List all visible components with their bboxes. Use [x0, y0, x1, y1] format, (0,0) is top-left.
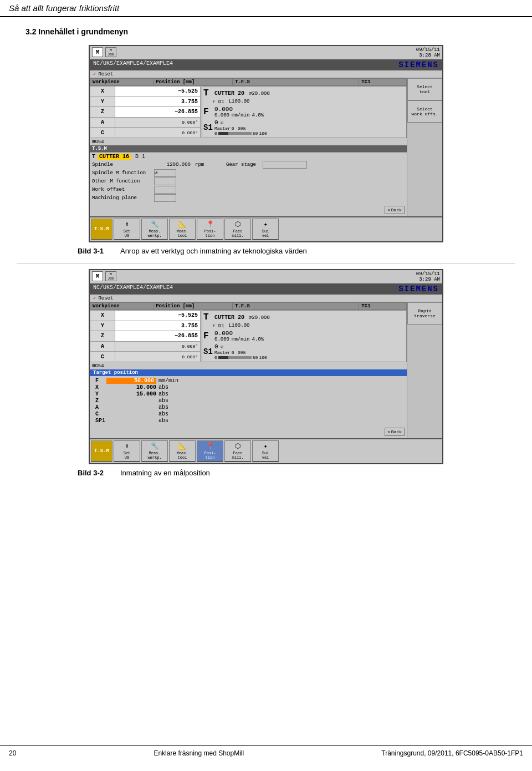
s1-master-1: Master — [214, 126, 231, 131]
meas-werkp-btn-1[interactable]: 🔧 Meas.werkp. — [141, 219, 168, 240]
axis-y-label-2: Y — [90, 321, 115, 331]
position-btn-2[interactable]: 📍 Posi-tion — [197, 440, 223, 462]
t-label-2: T — [203, 312, 212, 322]
position-label-1: Posi-tion — [204, 229, 216, 238]
t-d1-2: ⚡ D1 — [212, 323, 224, 329]
back-btn-1[interactable]: « Back — [385, 206, 405, 214]
set-u0-btn-1[interactable]: ⬆ SetU0 — [114, 219, 140, 240]
figure2-text: Inmatning av en målposition — [120, 469, 210, 477]
jog-icon-1: ≋ JOG — [105, 47, 116, 57]
col-workpiece-2: Workpiece — [90, 303, 154, 310]
set-u0-btn-2[interactable]: ⬆ SetU0 — [114, 440, 140, 462]
figure2-label: Bild 3-2 — [78, 469, 104, 477]
col-tc1: TC1 — [359, 79, 407, 86]
f-pct-2: 4.0% — [252, 337, 264, 342]
target-pos-header: Target position — [90, 369, 407, 376]
f-unit-2: mm/min — [232, 337, 249, 342]
face-mill-label-1: Facemill. — [232, 229, 244, 238]
axis-x-val-1: −5.525 — [115, 87, 201, 97]
vsk-select-work-1[interactable]: Selectwork offs. — [407, 100, 442, 123]
chevron-icon-1: « — [387, 207, 390, 212]
nc-path-1: NC/UKS/EXAMPLE4/EXAMPLE4 — [93, 60, 173, 69]
s1-value-1: 0 — [214, 119, 218, 126]
reset-icon-1: ✓ — [93, 71, 96, 77]
vsk-select-tool-1[interactable]: Selecttool — [407, 78, 442, 100]
axis-c-val-2: 0.000° — [115, 352, 201, 362]
face-mill-label-2: Facemill. — [232, 451, 244, 460]
s1-master-val-1: 0 — [232, 126, 234, 131]
s1-pct-2: 60% — [238, 350, 245, 355]
set-u0-label-1: SetU0 — [124, 229, 131, 238]
f-value-1: 0.000 — [214, 106, 264, 113]
axis-a-label-1: A — [90, 117, 115, 128]
m-icon-2: M — [92, 271, 103, 281]
axis-y-label-1: Y — [90, 97, 115, 107]
meas-tool-icon-1: 📐 — [178, 220, 187, 229]
sui-vel-btn-2[interactable]: ✦ Suivel — [252, 440, 279, 462]
position-btn-1[interactable]: 📍 Posi-tion — [197, 219, 223, 240]
t-d1-1: ⚡ D1 — [212, 99, 224, 105]
f-feed-1: 0.000 — [214, 113, 229, 118]
target-z-unit: abs — [156, 398, 184, 404]
sui-vel-label-1: Suivel — [262, 229, 269, 238]
m-icon-1: M — [92, 47, 103, 57]
axis-y-val-2: 3.755 — [115, 321, 201, 331]
t-length-1: L100.00 — [229, 99, 250, 105]
page-title: Så att allt fungerar friktionsfritt — [9, 3, 119, 13]
back-btn-2[interactable]: « Back — [385, 428, 405, 436]
axis-x-label-2: X — [90, 311, 115, 321]
reset-icon-2: ✓ — [93, 295, 96, 301]
meas-werkp-btn-2[interactable]: 🔧 Meas.werkp. — [141, 440, 168, 462]
target-row-sp1: SP1 abs — [95, 418, 401, 424]
set-u0-label-2: SetU0 — [124, 451, 131, 460]
s1-pct-1: 60% — [238, 126, 245, 131]
d1-tsm-1: D 1 — [135, 154, 145, 160]
s1-master-2: Master — [214, 350, 231, 355]
target-x-val: 10.000 — [106, 384, 156, 390]
axis-c-label-1: C — [90, 128, 115, 138]
meas-tool-btn-2[interactable]: 📐 Meas.tool — [169, 440, 196, 462]
target-y-val: 15.000 — [106, 391, 156, 397]
axis-x-label-1: X — [90, 87, 115, 97]
figure1-text: Anrop av ett verktyg och inmatning av te… — [120, 247, 307, 255]
tsm-btn-2[interactable]: T.S.M — [91, 440, 112, 462]
f-pct-1: 4.0% — [252, 113, 264, 118]
axis-a-val-2: 0.000° — [115, 341, 201, 352]
target-row-z: Z abs — [95, 398, 401, 404]
f-value-2: 0.000 — [214, 330, 264, 337]
position-icon-1: 📍 — [206, 220, 214, 229]
reset-label-1: Reset — [98, 72, 113, 77]
spindle-lbl-1: Spindle — [92, 162, 147, 168]
figure1-label: Bild 3-1 — [78, 247, 104, 255]
work-offset-lbl-1: Work offset — [92, 187, 147, 192]
target-c-unit: abs — [156, 411, 184, 417]
s1-label-1: S1 — [203, 123, 212, 132]
meas-werkp-icon-1: 🔧 — [151, 220, 159, 229]
vsk-rapid-traverse-2[interactable]: Rapidtraverse — [407, 302, 442, 324]
axis-a-label-2: A — [90, 341, 115, 352]
target-f-val: 50.000 — [106, 378, 156, 384]
axis-y-val-1: 3.755 — [115, 97, 201, 107]
figure1-container: M ≋ JOG 09/15/113:28 AM NC/UKS/EXAMPLE4/… — [78, 45, 454, 257]
section-heading: 3.2 Innehållet i grundmenyn — [17, 22, 515, 39]
tsm-btn-1[interactable]: T.S.M — [91, 219, 112, 240]
t-length-2: L100.00 — [229, 323, 250, 329]
footer-left-text: Enklare fräsning med ShopMill — [154, 749, 244, 757]
sui-vel-btn-1[interactable]: ✦ Suivel — [252, 219, 279, 240]
f-unit-1: mm/min — [232, 113, 249, 118]
reset-label-2: Reset — [98, 296, 113, 301]
face-mill-btn-1[interactable]: ⬡ Facemill. — [224, 219, 251, 240]
meas-tool-btn-1[interactable]: 📐 Meas.tool — [169, 219, 196, 240]
target-x-unit: abs — [156, 384, 184, 390]
s1-label-2: S1 — [203, 347, 212, 356]
t-label-1: T — [203, 88, 212, 98]
face-mill-icon-1: ⬡ — [235, 220, 241, 229]
t-diameter-2: ⌀20.000 — [249, 315, 270, 321]
face-mill-btn-2[interactable]: ⬡ Facemill. — [224, 440, 251, 462]
position-icon-2: 📍 — [206, 442, 214, 450]
meas-tool-label-1: Meas.tool — [177, 229, 188, 238]
t-value-1: CUTTER 20 — [214, 90, 244, 97]
t-cutter-1: CUTTER 16 — [98, 154, 131, 160]
other-m-lbl-1: Other M function — [92, 179, 147, 184]
set-u0-icon-1: ⬆ — [125, 220, 129, 229]
